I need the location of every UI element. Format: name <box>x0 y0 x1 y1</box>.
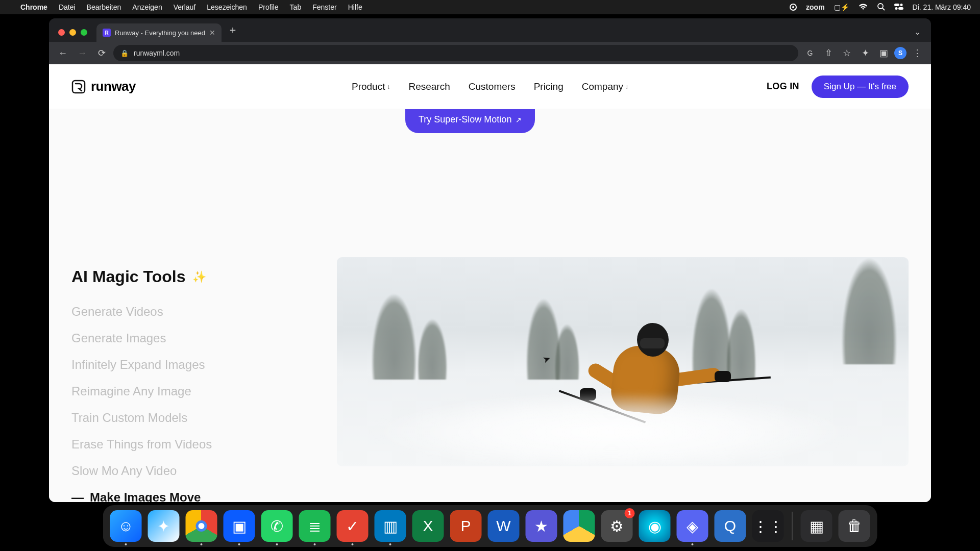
zoom-menubar-label[interactable]: zoom <box>806 3 825 11</box>
signup-button[interactable]: Sign Up — It's free <box>812 76 909 98</box>
dock-app-calculator[interactable]: ▦ <box>801 510 832 542</box>
dock-app-discord[interactable]: ◈ <box>677 510 708 542</box>
browser-tab[interactable]: R Runway - Everything you need ✕ <box>96 23 222 42</box>
dock-separator <box>792 512 793 540</box>
share-icon[interactable]: ⇧ <box>821 45 836 61</box>
chevron-down-icon: ↓ <box>625 83 628 90</box>
svg-line-1 <box>883 8 885 10</box>
profile-avatar[interactable]: S <box>894 47 906 59</box>
menu-anzeigen[interactable]: Anzeigen <box>132 3 162 11</box>
tabstrip: R Runway - Everything you need ✕ ＋ ⌄ <box>49 18 931 42</box>
dock-app-word[interactable]: W <box>488 510 520 542</box>
new-tab-button[interactable]: ＋ <box>227 23 242 42</box>
dock-app-drive[interactable] <box>564 510 595 542</box>
dock-app-safari[interactable]: ✦ <box>148 510 180 542</box>
nav-product[interactable]: Product↓ <box>352 81 390 92</box>
dock-app-excel[interactable]: X <box>412 510 444 542</box>
tool-item[interactable]: Generate Images <box>71 328 316 348</box>
tool-item[interactable]: Slow Mo Any Video <box>71 461 316 481</box>
tab-favicon: R <box>103 29 111 37</box>
dock-app-settings[interactable]: ⚙1 <box>601 510 633 542</box>
bookmark-star-icon[interactable]: ☆ <box>839 45 854 61</box>
try-slowmo-label: Try Super-Slow Motion <box>419 114 511 125</box>
menu-hilfe[interactable]: Hilfe <box>348 3 362 11</box>
svg-point-0 <box>878 4 883 9</box>
dock-app-todoist[interactable]: ✓ <box>337 510 369 542</box>
browser-toolbar: ← → ⟳ 🔒 runwayml.com G ⇧ ☆ ✦ ▣ S ⋮ <box>49 42 931 64</box>
google-services-icon[interactable]: G <box>802 45 818 61</box>
dock-app-siri[interactable]: ◉ <box>639 510 671 542</box>
menubar-datetime[interactable]: Di. 21. März 09:40 <box>913 3 971 11</box>
window-controls <box>58 29 87 36</box>
tool-item[interactable]: Generate Videos <box>71 302 316 322</box>
url-text: runwayml.com <box>134 49 180 57</box>
page-content: AI Magic Tools ✨ Generate VideosGenerate… <box>49 109 931 502</box>
menu-lesezeichen[interactable]: Lesezeichen <box>207 3 247 11</box>
dock-app-whatsapp[interactable]: ✆ <box>261 510 293 542</box>
menu-tab[interactable]: Tab <box>290 3 302 11</box>
tool-item[interactable]: Train Custom Models <box>71 408 316 428</box>
nav-pricing[interactable]: Pricing <box>534 81 564 92</box>
nav-back-button[interactable]: ← <box>55 45 70 61</box>
chevron-down-icon: ↓ <box>387 83 390 90</box>
chrome-menu-icon[interactable]: ⋮ <box>910 45 925 61</box>
svg-rect-6 <box>72 81 85 93</box>
dock-app-quicktime[interactable]: Q <box>715 510 746 542</box>
tools-sidebar: AI Magic Tools ✨ Generate VideosGenerate… <box>71 257 316 466</box>
tablist-chevron-icon[interactable]: ⌄ <box>914 27 926 42</box>
brand-name: runway <box>91 79 136 94</box>
dock-app-trello[interactable]: ▥ <box>375 510 406 542</box>
window-zoom-button[interactable] <box>81 29 87 36</box>
svg-rect-4 <box>898 7 903 10</box>
extensions-icon[interactable]: ✦ <box>857 45 873 61</box>
nav-reload-button[interactable]: ⟳ <box>94 45 109 61</box>
menu-verlauf[interactable]: Verlauf <box>174 3 196 11</box>
dock-app-imovie[interactable]: ★ <box>526 510 557 542</box>
tab-close-icon[interactable]: ✕ <box>209 29 215 37</box>
tool-item[interactable]: Make Images Move <box>71 487 316 502</box>
address-bar[interactable]: 🔒 runwayml.com <box>113 45 798 61</box>
tool-item[interactable]: Infinitely Expand Images <box>71 355 316 375</box>
menu-bearbeiten[interactable]: Bearbeiten <box>87 3 121 11</box>
dock-app-voice-memos[interactable]: ⋮⋮ <box>752 510 784 542</box>
try-slowmo-button[interactable]: Try Super-Slow Motion ↗ <box>405 109 535 133</box>
dock-app-spotify[interactable]: ≣ <box>299 510 331 542</box>
mac-dock: ☺✦▣✆≣✓▥XPW★⚙1◉◈Q⋮⋮ ▦🗑 <box>103 505 877 547</box>
arrow-ne-icon: ↗ <box>516 116 522 124</box>
brand-logo[interactable]: runway <box>71 79 136 94</box>
nav-forward-button[interactable]: → <box>75 45 90 61</box>
lock-icon: 🔒 <box>120 49 129 57</box>
menubar-app-name[interactable]: Chrome <box>20 3 47 11</box>
dock-app-trash[interactable]: 🗑 <box>839 510 870 542</box>
menu-profile[interactable]: Profile <box>258 3 279 11</box>
preview-video[interactable]: ➤ <box>337 257 909 466</box>
login-link[interactable]: LOG IN <box>767 81 799 92</box>
section-title: AI Magic Tools ✨ <box>71 267 316 286</box>
record-icon[interactable] <box>790 4 797 11</box>
site-header: runway Product↓ Research Customers Prici… <box>49 64 931 109</box>
battery-icon[interactable]: ▢⚡ <box>834 3 849 11</box>
logo-mark-icon <box>71 80 86 94</box>
dock-app-zoom[interactable]: ▣ <box>224 510 255 542</box>
nav-research[interactable]: Research <box>408 81 450 92</box>
control-center-icon[interactable] <box>894 3 903 11</box>
nav-company[interactable]: Company↓ <box>582 81 628 92</box>
window-close-button[interactable] <box>58 29 65 36</box>
tool-item[interactable]: Reimagine Any Image <box>71 381 316 402</box>
dock-app-chrome[interactable] <box>186 510 217 542</box>
menu-datei[interactable]: Datei <box>59 3 76 11</box>
svg-point-5 <box>895 7 897 10</box>
svg-rect-2 <box>894 4 899 6</box>
nav-customers[interactable]: Customers <box>469 81 516 92</box>
dock-app-powerpoint[interactable]: P <box>450 510 482 542</box>
scene-snow-spray <box>337 352 909 467</box>
window-minimize-button[interactable] <box>69 29 76 36</box>
magic-wand-icon: ✨ <box>192 270 206 284</box>
tool-item[interactable]: Erase Things from Videos <box>71 434 316 455</box>
dock-badge: 1 <box>625 508 635 518</box>
wifi-icon[interactable] <box>859 3 868 12</box>
sidepanel-icon[interactable]: ▣ <box>876 45 891 61</box>
spotlight-icon[interactable] <box>877 3 885 12</box>
menu-fenster[interactable]: Fenster <box>312 3 336 11</box>
dock-app-finder[interactable]: ☺ <box>110 510 142 542</box>
